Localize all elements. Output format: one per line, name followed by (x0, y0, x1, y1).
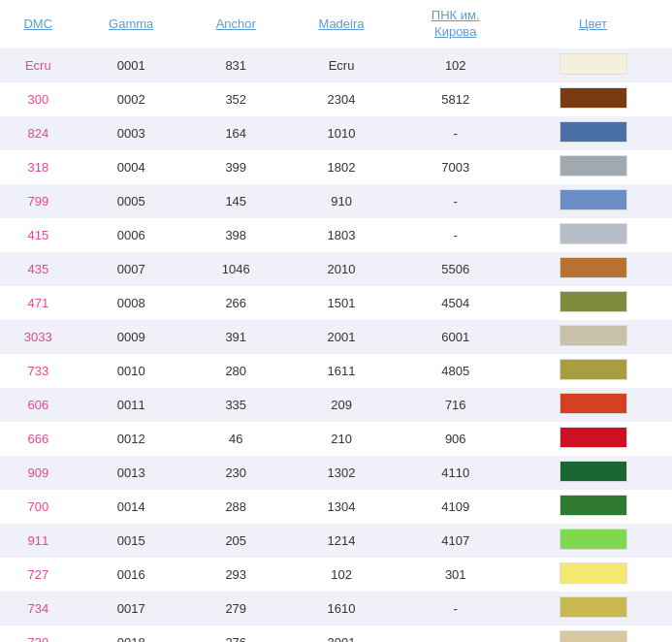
color-swatch (560, 155, 627, 177)
color-swatch (560, 630, 627, 642)
table-row: 73400172791610- (0, 592, 672, 626)
col-anchor[interactable]: Anchor (186, 0, 286, 48)
color-swatch (560, 291, 627, 312)
color-swatch (560, 562, 627, 584)
color-swatch (560, 121, 627, 143)
table-row: Ecru0001831Ecru102 (0, 48, 672, 82)
table-row: 300000235223045812 (0, 82, 672, 116)
table-row: 471000826615014504 (0, 286, 672, 320)
color-swatch (560, 87, 627, 109)
table-row: 666001246210906 (0, 422, 672, 456)
table-row: 82400031641010- (0, 116, 672, 150)
table-row: 733001028016114805 (0, 354, 672, 388)
color-swatch (560, 529, 627, 550)
col-color[interactable]: Цвет (514, 0, 672, 48)
table-row: 318000439918027003 (0, 150, 672, 184)
color-swatch (560, 325, 627, 346)
col-madeira[interactable]: Madeira (286, 0, 398, 48)
header-row: DMC Gamma Anchor Madeira ПНК им. Кирова … (0, 0, 672, 48)
table-row: 911001520512144107 (0, 524, 672, 558)
table-row: 6060011335209716 (0, 388, 672, 422)
thread-table: DMC Gamma Anchor Madeira ПНК им. Кирова … (0, 0, 672, 642)
table-row: 73900182762001- (0, 626, 672, 642)
col-pnk[interactable]: ПНК им. Кирова (397, 0, 514, 48)
col-dmc[interactable]: DMC (0, 0, 77, 48)
table-row: 7990005145910- (0, 184, 672, 218)
color-swatch (560, 596, 627, 618)
table-row: 41500063981803- (0, 218, 672, 252)
table-row: 700001428813044109 (0, 490, 672, 524)
col-gamma[interactable]: Gamma (77, 0, 186, 48)
color-swatch (560, 359, 627, 380)
color-swatch (560, 223, 627, 244)
table-row: 4350007104620105506 (0, 252, 672, 286)
table-row: 7270016293102301 (0, 558, 672, 592)
color-swatch (560, 461, 627, 482)
table-row: 909001323013024110 (0, 456, 672, 490)
color-swatch (560, 53, 627, 75)
color-swatch (560, 189, 627, 210)
color-swatch (560, 257, 627, 278)
color-swatch (560, 393, 627, 414)
color-swatch (560, 495, 627, 516)
table-row: 3033000939120016001 (0, 320, 672, 354)
color-swatch (560, 427, 627, 448)
